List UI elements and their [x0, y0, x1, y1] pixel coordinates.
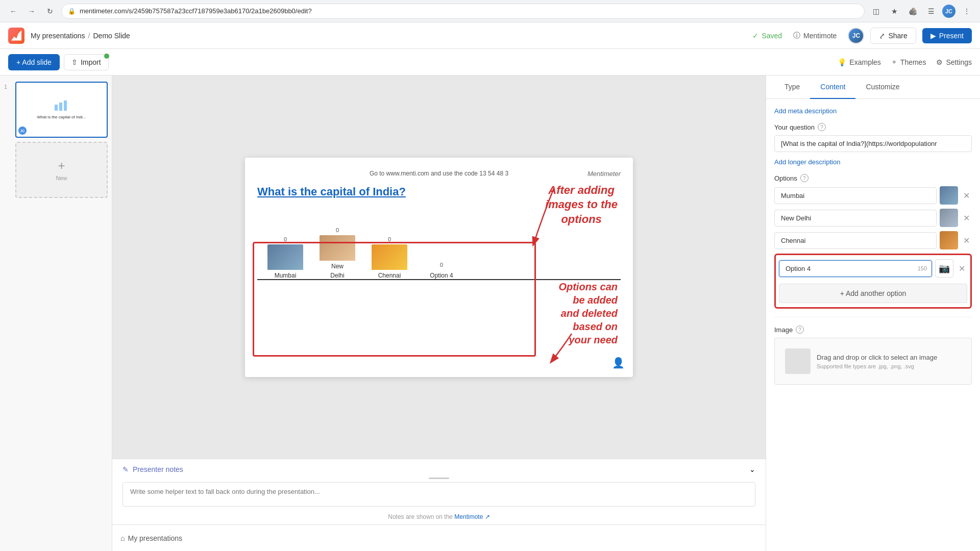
address-bar[interactable]: 🔒 mentimeter.com/s/2459b757587a23ccf7187…: [61, 4, 865, 19]
option-img-delhi[interactable]: [940, 209, 958, 227]
question-input[interactable]: [774, 135, 972, 152]
tab-type-label: Type: [785, 83, 800, 91]
lightbulb-icon: 💡: [838, 58, 846, 66]
panel-tabs: Type Content Customize: [766, 76, 980, 99]
palette-icon: ⚬: [891, 58, 897, 66]
breadcrumb: My presentations / Demo Slide: [31, 32, 130, 40]
add-longer-link[interactable]: Add longer description: [774, 158, 972, 166]
slide-thumbnail[interactable]: What is the capital of Indi... JC: [15, 82, 108, 138]
drag-handle: [429, 478, 449, 479]
tab-type[interactable]: Type: [774, 76, 810, 99]
share-label: Share: [888, 32, 907, 40]
extensions2-button[interactable]: 🪨: [905, 4, 920, 18]
image-upload-icon: 📷: [939, 263, 950, 274]
tab-customize[interactable]: Customize: [855, 76, 910, 99]
option-delete-mumbai[interactable]: ✕: [961, 191, 972, 201]
notes-header[interactable]: ✎ Presenter notes ⌄: [122, 459, 755, 478]
option-input-chennai[interactable]: [774, 232, 937, 249]
import-label: Import: [81, 58, 101, 66]
toolbar: + Add slide ⇧ Import 💡 Examples ⚬ Themes…: [0, 49, 980, 76]
image-label: Image ?: [774, 325, 972, 334]
options-help-icon[interactable]: ?: [800, 174, 808, 182]
browser-bar: ← → ↻ 🔒 mentimeter.com/s/2459b757587a23c…: [0, 0, 980, 22]
slide-code-bar: Go to www.menti.com and use the code 13 …: [257, 170, 621, 177]
option-delete-opt4[interactable]: ✕: [957, 264, 967, 273]
mumbai-count: 0: [284, 236, 287, 242]
option-input-mumbai[interactable]: [774, 187, 937, 204]
import-button[interactable]: ⇧ Import: [64, 54, 109, 70]
plus-icon: +: [58, 159, 65, 173]
option-delete-delhi[interactable]: ✕: [961, 213, 972, 223]
option-input-opt4[interactable]: [779, 260, 932, 277]
share-button[interactable]: ⤤ Share: [870, 28, 916, 44]
tab-content[interactable]: Content: [810, 76, 855, 99]
image-help-icon[interactable]: ?: [796, 325, 804, 334]
question-help-icon[interactable]: ?: [818, 123, 826, 131]
forward-button[interactable]: →: [24, 4, 39, 18]
annotation-options: Options canbe addedand deletedbased onyo…: [558, 280, 618, 346]
image-label-text: Image: [774, 326, 793, 334]
delhi-label: New: [331, 263, 344, 270]
gear-icon: ⚙: [936, 58, 943, 66]
mumbai-bar: [267, 244, 303, 270]
breadcrumb-separator: /: [88, 32, 90, 40]
profiles-button[interactable]: ☰: [924, 4, 938, 18]
option-input-delhi[interactable]: [774, 210, 937, 227]
chart-area: 0 Mumbai 0 New Delhi 0: [257, 209, 621, 280]
presenter-notes-section: ✎ Presenter notes ⌄ Notes are shown on t…: [112, 459, 766, 524]
delhi-count: 0: [336, 227, 339, 233]
slide-panel: 1 What is the capital of Indi... JC + Ne…: [0, 76, 112, 551]
option-img-opt4[interactable]: 📷: [935, 259, 953, 278]
examples-link[interactable]: 💡 Examples: [838, 58, 880, 66]
new-slide-placeholder[interactable]: + New: [15, 142, 108, 198]
themes-label: Themes: [900, 58, 926, 66]
browser-icons: ◫ ★ 🪨 ☰ JC ⋮: [869, 4, 974, 18]
my-presentations-link[interactable]: ⌂ My presentations: [120, 534, 182, 542]
slide-canvas[interactable]: Go to www.menti.com and use the code 13 …: [245, 158, 633, 377]
saved-label: Saved: [762, 32, 782, 40]
slide-canvas-wrapper: Go to www.menti.com and use the code 13 …: [112, 76, 766, 459]
chennai-bar: [372, 244, 407, 270]
add-slide-button[interactable]: + Add slide: [8, 54, 60, 70]
back-button[interactable]: ←: [6, 4, 20, 18]
slide-question: What is the capital of India?: [257, 185, 621, 198]
expand-icon: ⌄: [749, 465, 755, 473]
reload-button[interactable]: ↻: [43, 4, 57, 18]
menu-button[interactable]: ⋮: [960, 4, 974, 18]
themes-link[interactable]: ⚬ Themes: [891, 58, 926, 66]
add-option-button[interactable]: + Add another option: [779, 284, 967, 303]
present-label: Present: [939, 32, 964, 40]
svg-rect-2: [64, 101, 67, 111]
option-img-chennai[interactable]: [940, 231, 958, 249]
notes-textarea[interactable]: [122, 482, 755, 507]
svg-rect-0: [55, 105, 58, 111]
settings-link[interactable]: ⚙ Settings: [936, 58, 972, 66]
user-avatar[interactable]: JC: [848, 28, 864, 44]
image-drop-area[interactable]: Drag and drop or click to select an imag…: [774, 338, 972, 385]
present-button[interactable]: ▶ Present: [922, 28, 972, 43]
breadcrumb-current: Demo Slide: [93, 32, 130, 40]
header-actions: ⓘ Mentimote JC ⤤ Share ▶ Present: [788, 28, 972, 44]
add-meta-link[interactable]: Add meta description: [774, 107, 972, 115]
extensions-button[interactable]: ◫: [869, 4, 883, 18]
toolbar-right: 💡 Examples ⚬ Themes ⚙ Settings: [838, 58, 972, 66]
image-placeholder: [785, 348, 811, 374]
mentimote-button[interactable]: ⓘ Mentimote: [788, 28, 842, 43]
option-delete-chennai[interactable]: ✕: [961, 236, 972, 245]
app-header: My presentations / Demo Slide ✓ Saved ⓘ …: [0, 22, 980, 49]
chart-bar-chennai: 0 Chennai: [372, 236, 407, 279]
option-img-mumbai[interactable]: [940, 186, 958, 205]
image-drop-subtext: Supported file types are .jpg, .png, .sv…: [817, 363, 937, 369]
notes-footer-text: Notes are shown on the: [388, 513, 453, 520]
logo-icon: [8, 28, 24, 44]
highlighted-options-section: 150 📷 ✕ + Add another option: [774, 254, 972, 309]
arrow2-svg: [541, 329, 582, 369]
mumbai-label: Mumbai: [275, 272, 297, 279]
option4-char-count: 150: [918, 265, 927, 271]
mentimote-link[interactable]: Mentimote ↗: [454, 513, 489, 520]
breadcrumb-home[interactable]: My presentations: [31, 32, 85, 40]
option-row-opt4: 150 📷 ✕: [779, 259, 967, 278]
settings-label: Settings: [946, 58, 972, 66]
question-icon: ⓘ: [793, 31, 800, 40]
bookmark-button[interactable]: ★: [887, 4, 901, 18]
